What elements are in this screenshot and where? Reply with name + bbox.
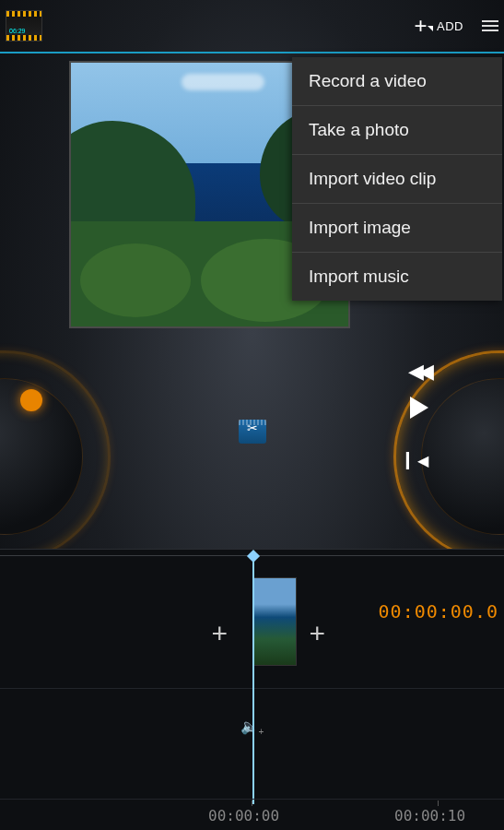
menu-import-video[interactable]: Import video clip	[292, 155, 502, 204]
jog-wheel-left[interactable]	[0, 350, 111, 563]
clip-trim-right[interactable]: +	[310, 618, 326, 649]
menu-record-video[interactable]: Record a video	[292, 57, 502, 106]
add-menu: Record a video Take a photo Import video…	[292, 57, 502, 301]
top-toolbar: 06:29 + ADD	[0, 0, 504, 52]
clip-trim-left[interactable]: +	[212, 618, 229, 649]
dropdown-indicator-icon	[428, 26, 433, 31]
skip-back-button[interactable]: ▎◀	[406, 452, 428, 469]
menu-take-photo[interactable]: Take a photo	[292, 106, 502, 155]
ruler-mark-1: 00:00:10	[394, 807, 465, 824]
plus-icon: +	[415, 19, 428, 32]
overflow-menu-button[interactable]	[475, 10, 498, 42]
menu-import-image[interactable]: Import image	[292, 204, 502, 253]
app-logo[interactable]: 06:29	[6, 10, 42, 42]
ruler-mark-0: 00:00:00	[208, 807, 279, 824]
menu-import-music[interactable]: Import music	[292, 253, 502, 301]
clip-thumbnail[interactable]	[252, 577, 297, 666]
jog-wheel-indicator	[20, 389, 42, 411]
play-button[interactable]	[410, 397, 428, 419]
add-button[interactable]: + ADD	[404, 12, 475, 41]
timeline: 00:00:00.0 + + 🔈+ 00:00:00 00:00:10	[0, 549, 504, 830]
add-label: ADD	[437, 19, 463, 33]
play-icon	[410, 397, 428, 419]
time-ruler[interactable]: 00:00:00 00:00:10	[0, 799, 504, 830]
logo-timestamp: 06:29	[9, 28, 26, 34]
clapper-icon[interactable]: ✂	[239, 420, 266, 444]
playhead[interactable]	[252, 555, 254, 804]
rewind-button[interactable]: ◀◀	[408, 360, 428, 384]
